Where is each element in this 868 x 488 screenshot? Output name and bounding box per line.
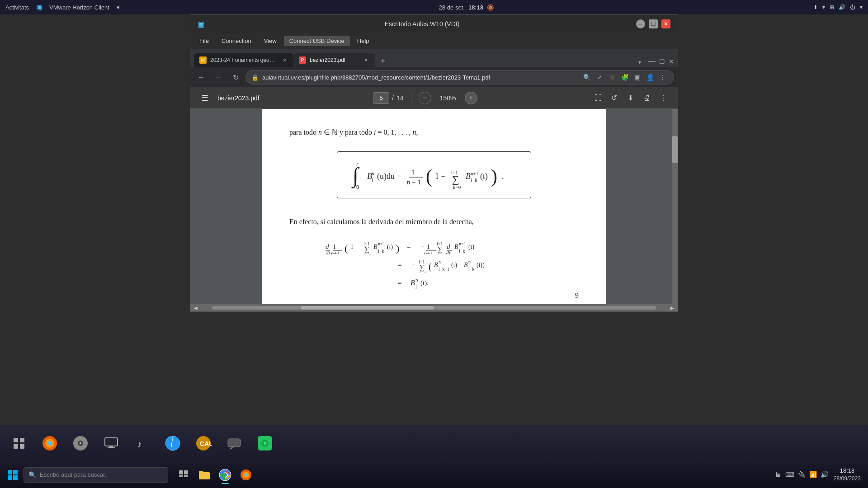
svg-point-80 <box>80 442 81 444</box>
sys-power-icon[interactable]: ⏻ <box>850 4 855 10</box>
rotate-button[interactable]: ↺ <box>607 91 622 105</box>
windows-taskbar: 🔍 Escribe aquí para buscar. <box>0 461 868 488</box>
fullscreen-button[interactable]: ⛶ <box>591 91 605 105</box>
extensions-icon[interactable]: 🧩 <box>619 72 630 83</box>
scroll-left-arrow[interactable]: ◀ <box>190 304 201 311</box>
search-icon[interactable]: 🔍 <box>581 72 592 83</box>
taskbar-app-firefox[interactable] <box>236 465 256 485</box>
dock-firefox-icon[interactable] <box>38 432 61 455</box>
svg-text:0: 0 <box>356 183 359 190</box>
more-icon[interactable]: ⋮ <box>657 72 668 83</box>
taskbar-app-task-view[interactable] <box>174 465 193 485</box>
back-button[interactable]: ← <box>194 70 208 84</box>
new-tab-button[interactable]: + <box>377 55 389 67</box>
tab2-close-button[interactable]: ✕ <box>362 56 369 64</box>
pdf-equations-block: d dt 1 n+1 ( 1 − ∑ i+1 k=0 B n <box>326 236 579 291</box>
system-tray-icons: 🖥 ⌨ 🔌 📶 🔊 <box>774 470 828 479</box>
dock-green-app-icon[interactable] <box>253 432 277 455</box>
sidebar-toggle-icon[interactable]: ▣ <box>632 72 643 83</box>
address-bar[interactable]: 🔒 aulavirtual.uv.es/pluginfile.php/38827… <box>245 70 674 84</box>
dock-display-icon[interactable] <box>99 432 123 455</box>
scroll-track[interactable] <box>212 306 656 310</box>
taskbar-app-chrome[interactable] <box>215 465 235 485</box>
tab1-close-button[interactable]: ✕ <box>281 56 288 64</box>
tray-monitor-icon[interactable]: 🖥 <box>774 470 782 479</box>
start-button[interactable] <box>4 466 22 484</box>
share-icon[interactable]: ↗ <box>594 72 605 83</box>
file-explorer-icon <box>198 469 211 481</box>
tab-collapse-button[interactable]: ▾ <box>635 59 645 66</box>
horizontal-scrollbar[interactable]: ◀ ▶ <box>190 304 678 311</box>
menu-connect-usb[interactable]: Connect USB Device <box>284 36 350 46</box>
print-button[interactable]: 🖨 <box>640 91 654 105</box>
maximize-button[interactable]: ☐ <box>649 19 658 28</box>
forward-button[interactable]: → <box>211 70 226 84</box>
browser-minimize-btn[interactable]: — <box>648 57 656 66</box>
pdf-content-area: para todo n ∈ ℕ y para todo i = 0, 1, . … <box>190 109 678 304</box>
dock-grid-icon[interactable] <box>7 432 31 455</box>
scroll-thumb[interactable] <box>301 306 434 310</box>
tray-keyboard-icon[interactable]: ⌨ <box>785 471 794 478</box>
vertical-scrollbar[interactable] <box>672 109 678 304</box>
vmware-app-label[interactable]: VMware Horizon Client <box>49 4 109 11</box>
svg-text:1: 1 <box>411 169 415 176</box>
tray-usb-icon[interactable]: 🔌 <box>798 471 806 478</box>
taskbar-clock[interactable]: 18:18 28/09/2023 <box>834 467 861 483</box>
svg-text:B: B <box>434 262 438 268</box>
browser-toolbar: ← → ↻ 🔒 aulavirtual.uv.es/pluginfile.php… <box>190 67 678 87</box>
menu-file[interactable]: File <box>194 36 214 46</box>
browser-tab-1[interactable]: M 2023-24 Fonaments geomètrics ✕ <box>194 53 293 67</box>
more-tools-button[interactable]: ⋮ <box>656 91 670 105</box>
sys-dropdown-icon[interactable]: ▾ <box>822 4 825 10</box>
browser-maximize-btn[interactable]: ☐ <box>659 58 665 65</box>
svg-text:d: d <box>447 243 450 250</box>
svg-text:n: n <box>415 277 418 282</box>
dock-chat-icon[interactable] <box>222 432 246 455</box>
reload-button[interactable]: ↻ <box>228 70 243 84</box>
scroll-right-arrow[interactable]: ▶ <box>667 304 678 311</box>
pdf-menu-button[interactable]: ☰ <box>198 91 212 105</box>
dock-music-icon[interactable]: ♪ <box>130 432 154 455</box>
menu-view[interactable]: View <box>259 36 282 46</box>
notification-icon[interactable]: 🔕 <box>487 4 494 11</box>
taskbar-search[interactable]: 🔍 Escribe aquí para buscar. <box>24 467 168 483</box>
svg-text:−: − <box>411 261 415 268</box>
svg-text:n+1: n+1 <box>459 241 466 246</box>
download-button[interactable]: ⬇ <box>623 91 638 105</box>
svg-text:n+1: n+1 <box>471 171 478 176</box>
app-dropdown-icon[interactable]: ▾ <box>117 4 120 11</box>
svg-rect-103 <box>199 472 210 479</box>
close-button[interactable]: ✕ <box>661 19 670 28</box>
activities-label[interactable]: Activitats <box>5 4 29 11</box>
browser-close-btn[interactable]: ✕ <box>669 58 674 65</box>
time-label: 18:18 <box>468 4 483 11</box>
svg-text:1 −: 1 − <box>435 172 446 181</box>
dock-cau-icon[interactable]: CAU <box>192 432 215 455</box>
sys-volume-icon[interactable]: 🔊 <box>839 4 845 10</box>
svg-text:i−k: i−k <box>378 249 384 253</box>
menu-connection[interactable]: Connection <box>216 36 257 46</box>
tray-network-icon[interactable]: 📶 <box>809 471 817 478</box>
svg-text:∑: ∑ <box>364 245 369 253</box>
svg-rect-102 <box>184 475 188 477</box>
profile-icon[interactable]: 👤 <box>645 72 656 83</box>
svg-text:(t): (t) <box>480 172 488 181</box>
zoom-out-button[interactable]: − <box>419 92 431 104</box>
minimize-button[interactable]: — <box>636 19 645 28</box>
tray-volume-icon[interactable]: 🔊 <box>821 471 828 478</box>
dock-disk-icon[interactable] <box>69 432 92 455</box>
taskbar-app-file-explorer[interactable] <box>194 465 214 485</box>
dock-info-icon[interactable]: i i <box>161 432 184 455</box>
scrollbar-thumb[interactable] <box>672 136 678 163</box>
sys-more-icon[interactable]: ▾ <box>860 4 863 10</box>
browser-tab-2[interactable]: P bezier2023.pdf ✕ <box>293 53 375 67</box>
page-number-input[interactable] <box>373 92 389 104</box>
zoom-in-button[interactable]: + <box>465 92 477 104</box>
bookmark-icon[interactable]: ☆ <box>607 72 618 83</box>
svg-text:i+1: i+1 <box>363 241 369 246</box>
svg-rect-100 <box>184 470 188 474</box>
svg-text:(t): (t) <box>387 244 393 251</box>
menu-help[interactable]: Help <box>352 36 375 46</box>
svg-rect-99 <box>179 470 183 474</box>
lock-icon: 🔒 <box>251 74 259 81</box>
